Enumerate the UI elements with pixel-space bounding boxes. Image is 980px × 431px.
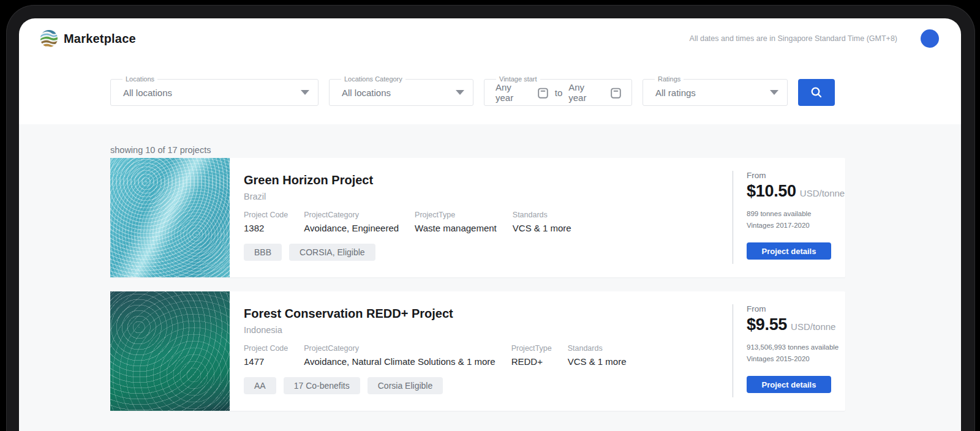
field-value: VCS & 1 more (568, 356, 627, 367)
vintage-start-value[interactable]: Any year (496, 82, 531, 103)
project-badge: AA (244, 377, 276, 394)
field-value: Avoidance, Engineered (304, 223, 399, 233)
field-label: Project Code (244, 344, 288, 353)
project-list: Green Horizon Project Brazil Project Cod… (110, 158, 961, 411)
locations-value: All locations (123, 88, 296, 98)
top-bar: Marketplace All dates and times are in S… (19, 18, 961, 48)
chevron-down-icon (456, 90, 464, 95)
project-details-button[interactable]: Project details (747, 376, 831, 393)
locations-category-value: All locations (342, 88, 451, 98)
price-line: $10.50 USD/tonne (747, 182, 845, 201)
field-label: Standards (513, 211, 571, 219)
calendar-icon[interactable] (537, 86, 549, 99)
locations-select[interactable]: Locations All locations (110, 79, 318, 106)
project-field: ProjectCategoryAvoidance, Engineered (304, 211, 399, 233)
ratings-select[interactable]: Ratings All ratings (643, 79, 788, 106)
project-card[interactable]: Green Horizon Project Brazil Project Cod… (110, 158, 845, 277)
locations-category-select[interactable]: Locations Category All locations (329, 79, 473, 106)
price-from-label: From (747, 171, 845, 180)
project-badge: CORSIA, Eligible (289, 244, 375, 261)
top-bar-right: All dates and times are in Singapore Sta… (690, 29, 939, 48)
project-field: StandardsVCS & 1 more (568, 344, 627, 367)
results-summary: showing 10 of 17 projects (110, 145, 961, 155)
app-window: Marketplace All dates and times are in S… (19, 18, 961, 431)
locations-label: Locations (123, 75, 157, 83)
vintage-label: Vintage start (496, 75, 540, 83)
field-value: 1382 (244, 223, 288, 233)
field-list: Project Code1477ProjectCategoryAvoidance… (244, 344, 733, 367)
vintages-range: Vintages 2017-2020 (747, 222, 845, 229)
field-label: ProjectCategory (304, 211, 399, 219)
project-title: Forest Conservation REDD+ Project (244, 306, 733, 321)
field-value: Avoidance, Natural Climate Solutions & 1… (304, 356, 495, 367)
project-badge: BBB (244, 244, 282, 261)
vintage-end-value[interactable]: Any year (568, 82, 604, 103)
project-details-button[interactable]: Project details (747, 242, 831, 260)
project-field: ProjectTypeREDD+ (511, 344, 552, 367)
results-section: showing 10 of 17 projects Green Horizon … (19, 124, 961, 431)
price-unit: USD/tonne (800, 188, 845, 198)
field-value: VCS & 1 more (513, 223, 571, 233)
project-info: Forest Conservation REDD+ Project Indone… (230, 291, 733, 411)
project-field: Project Code1382 (244, 211, 288, 233)
field-list: Project Code1382ProjectCategoryAvoidance… (244, 211, 733, 233)
project-card[interactable]: Forest Conservation REDD+ Project Indone… (110, 291, 845, 411)
project-field: ProjectTypeWaste management (415, 211, 497, 233)
field-label: Standards (568, 344, 627, 353)
badge-list: AA17 Co-benefitsCorsia Eligible (244, 377, 733, 394)
vintages-range: Vintages 2015-2020 (747, 355, 845, 362)
calendar-icon[interactable] (610, 86, 622, 99)
chevron-down-icon (301, 90, 309, 95)
badge-list: BBBCORSIA, Eligible (244, 244, 733, 261)
globe-logo-icon (40, 29, 58, 48)
price-amount: $10.50 (747, 182, 796, 201)
project-field: Project Code1477 (244, 344, 288, 367)
project-title: Green Horizon Project (244, 173, 733, 187)
project-image (110, 291, 230, 411)
field-label: ProjectType (511, 344, 552, 353)
locations-category-label: Locations Category (341, 75, 405, 83)
field-value: 1477 (244, 356, 288, 367)
brand: Marketplace (40, 29, 136, 48)
field-label: Project Code (244, 211, 288, 219)
project-image (110, 158, 230, 277)
price-from-label: From (747, 304, 845, 313)
ratings-label: Ratings (655, 75, 684, 83)
project-field: StandardsVCS & 1 more (513, 211, 571, 233)
project-field: ProjectCategoryAvoidance, Natural Climat… (304, 344, 495, 367)
vintage-separator: to (555, 88, 563, 98)
chevron-down-icon (770, 90, 778, 95)
field-value: Waste management (415, 223, 497, 233)
app-title: Marketplace (64, 32, 136, 46)
field-label: ProjectType (415, 211, 497, 219)
search-icon (810, 86, 823, 99)
project-badge: Corsia Eligible (368, 377, 443, 394)
timezone-note: All dates and times are in Singapore Sta… (690, 34, 897, 43)
project-badge: 17 Co-benefits (284, 377, 360, 394)
user-avatar[interactable] (921, 29, 939, 48)
tonnes-available: 913,506,993 tonnes available (747, 343, 845, 351)
search-button[interactable] (798, 79, 835, 106)
project-info: Green Horizon Project Brazil Project Cod… (230, 158, 733, 277)
filter-bar: Locations All locations Locations Catego… (110, 79, 961, 106)
price-unit: USD/tonne (791, 321, 835, 332)
field-value: REDD+ (511, 356, 552, 367)
price-line: $9.55 USD/tonne (747, 315, 845, 334)
field-label: ProjectCategory (304, 344, 495, 353)
ratings-value: All ratings (655, 88, 765, 98)
project-location: Brazil (244, 192, 733, 201)
price-section: From $9.55 USD/tonne 913,506,993 tonnes … (733, 304, 845, 397)
price-section: From $10.50 USD/tonne 899 tonnes availab… (733, 171, 845, 264)
project-location: Indonesia (244, 325, 733, 335)
price-amount: $9.55 (747, 315, 787, 334)
tonnes-available: 899 tonnes available (747, 210, 845, 217)
vintage-range-field[interactable]: Vintage start Any year to Any year (484, 79, 632, 106)
